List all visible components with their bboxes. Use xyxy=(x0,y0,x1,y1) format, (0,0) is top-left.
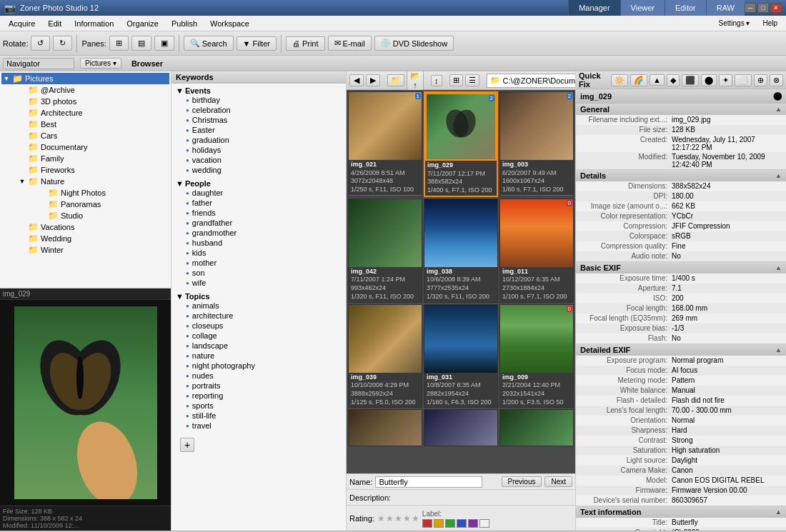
qf-btn7[interactable]: ✦ xyxy=(719,74,732,86)
email-button[interactable]: ✉ E-mail xyxy=(328,36,372,51)
tree-item-studio[interactable]: 📁 Studio xyxy=(37,210,169,221)
section-basic-exif-toggle[interactable]: Basic EXIF ▲ xyxy=(576,262,786,273)
tree-item-night-photos[interactable]: 📁 Night Photos xyxy=(37,187,169,199)
thumb-img038[interactable]: img_038 10/6/2008 8:39 AM 3777x2535x24 1… xyxy=(424,199,498,303)
star2[interactable]: ★ xyxy=(386,513,394,523)
kw-collage[interactable]: ●collage xyxy=(176,331,342,341)
menu-workspace[interactable]: Workspace xyxy=(204,18,255,29)
tab-editor[interactable]: Editor xyxy=(665,0,706,16)
add-keyword-button[interactable]: + xyxy=(180,438,194,452)
kw-daughter[interactable]: ●daughter xyxy=(176,188,342,198)
qf-btn3[interactable]: ▲ xyxy=(650,74,665,86)
tree-item-cars[interactable]: 📁 Cars xyxy=(17,130,169,141)
view-list-button[interactable]: ☰ xyxy=(465,74,479,86)
kw-wedding[interactable]: ●wedding xyxy=(176,165,342,175)
kw-birthday[interactable]: ●birthday xyxy=(176,95,342,105)
kw-graduation[interactable]: ●graduation xyxy=(176,135,342,145)
qf-btn5[interactable]: ⬛ xyxy=(682,74,699,86)
thumb-img039[interactable]: img_039 10/10/2008 4:29 PM 3888x2592x24 … xyxy=(348,304,422,408)
kw-landscape[interactable]: ●landscape xyxy=(176,341,342,351)
thumb-img021[interactable]: 1 img_021 4/26/2008 8:51 AM 3072x2048x48… xyxy=(348,91,422,197)
tab-viewer[interactable]: Viewer xyxy=(620,0,665,16)
qf-btn4[interactable]: ◆ xyxy=(667,74,680,86)
forward-button[interactable]: ▶ xyxy=(366,74,380,86)
kw-topics-toggle[interactable]: ▼ Topics xyxy=(176,292,342,301)
kw-celebration[interactable]: ●celebration xyxy=(176,105,342,115)
tree-item-vacations[interactable]: 📁 Vacations xyxy=(17,221,169,233)
kw-travel[interactable]: ●travel xyxy=(176,421,342,431)
kw-nature-kw[interactable]: ●nature xyxy=(176,351,342,361)
label-white[interactable] xyxy=(479,519,489,528)
kw-still-life[interactable]: ●still-life xyxy=(176,411,342,421)
menu-settings[interactable]: Settings ▾ xyxy=(713,18,756,29)
close-button[interactable]: ✕ xyxy=(770,3,782,13)
thumb-img003[interactable]: 2 img_003 6/20/2007 9:49 AM 1600x1067x24… xyxy=(499,91,574,197)
folder-up-button[interactable]: 📂↑ xyxy=(407,71,424,91)
label-blue[interactable] xyxy=(457,519,467,528)
next-button[interactable]: Next xyxy=(544,476,572,487)
section-text-info-toggle[interactable]: Text information ▲ xyxy=(576,506,786,518)
star3[interactable]: ★ xyxy=(394,513,402,523)
tree-item-family[interactable]: 📁 Family xyxy=(17,153,169,164)
menu-edit[interactable]: Edit xyxy=(42,18,67,29)
kw-easter[interactable]: ●Easter xyxy=(176,125,342,135)
search-button[interactable]: 🔍 Search xyxy=(184,36,234,51)
thumb-img042[interactable]: img_042 7/11/2007 1:24 PM 993x462x24 1/3… xyxy=(348,199,422,303)
panes-button[interactable]: ⊞ xyxy=(109,36,129,51)
kw-night-photography[interactable]: ●night photography xyxy=(176,361,342,371)
rotate-right-button[interactable]: ↻ xyxy=(53,36,72,51)
qf-btn9[interactable]: ⊕ xyxy=(754,74,767,86)
tree-item-panoramas[interactable]: 📁 Panoramas xyxy=(37,199,169,210)
thumb-img031[interactable]: img_031 10/8/2007 6:35 AM 2882x1954x24 1… xyxy=(424,304,498,408)
kw-friends[interactable]: ●friends xyxy=(176,208,342,218)
kw-vacation[interactable]: ●vacation xyxy=(176,155,342,165)
name-input[interactable] xyxy=(375,476,482,488)
thumb-img009[interactable]: 0 img_009 2/21/2004 12:40 PM 2032x1541x2… xyxy=(499,304,574,408)
qf-btn8[interactable]: ⬜ xyxy=(735,74,752,86)
menu-information[interactable]: Information xyxy=(69,18,119,29)
tree-item-architecture[interactable]: 📁 Architecture xyxy=(17,107,169,119)
thumb-img011[interactable]: 0 img_011 10/12/2007 6:35 AM 2730x1884x2… xyxy=(499,199,574,303)
sort-button[interactable]: ↕ xyxy=(431,75,442,86)
menu-publish[interactable]: Publish xyxy=(166,18,203,29)
label-red[interactable] xyxy=(422,519,432,528)
label-yellow[interactable] xyxy=(434,519,444,528)
kw-kids[interactable]: ●kids xyxy=(176,248,342,258)
kw-son[interactable]: ●son xyxy=(176,268,342,278)
tab-raw[interactable]: RAW xyxy=(706,0,745,16)
kw-people-toggle[interactable]: ▼ People xyxy=(176,179,342,188)
previous-button[interactable]: Previous xyxy=(502,476,542,487)
thumb-partial3[interactable] xyxy=(499,409,574,446)
kw-sports[interactable]: ●sports xyxy=(176,401,342,411)
kw-portraits[interactable]: ●portraits xyxy=(176,381,342,391)
tree-item-nature[interactable]: ▼ 📁 Nature xyxy=(17,176,169,187)
star4[interactable]: ★ xyxy=(403,513,411,523)
section-detailed-exif-toggle[interactable]: Detailed EXIF ▲ xyxy=(576,344,786,356)
qf-btn2[interactable]: 🌈 xyxy=(630,74,647,86)
back-button[interactable]: ◀ xyxy=(349,74,364,86)
section-general-toggle[interactable]: General ▲ xyxy=(576,104,786,115)
label-green[interactable] xyxy=(445,519,455,528)
filter-button[interactable]: ▼ Filter xyxy=(237,36,277,51)
tree-item-3dphotos[interactable]: 📁 3D photos xyxy=(17,96,169,107)
tree-item-wedding[interactable]: 📁 Wedding xyxy=(17,233,169,244)
print-button[interactable]: 🖨 Print xyxy=(286,36,325,51)
rotate-left-button[interactable]: ↺ xyxy=(31,36,50,51)
kw-animals[interactable]: ●animals xyxy=(176,301,342,311)
menu-organize[interactable]: Organize xyxy=(121,18,164,29)
kw-husband[interactable]: ●husband xyxy=(176,238,342,248)
kw-wife[interactable]: ●wife xyxy=(176,278,342,288)
kw-father[interactable]: ●father xyxy=(176,198,342,208)
kw-closeups[interactable]: ●closeups xyxy=(176,321,342,331)
panes-view2[interactable]: ▣ xyxy=(154,36,174,51)
tree-item-winter[interactable]: 📁 Winter xyxy=(17,244,169,256)
section-details-toggle[interactable]: Details ▲ xyxy=(576,170,786,181)
maximize-button[interactable]: □ xyxy=(757,3,769,13)
kw-grandmother[interactable]: ●grandmother xyxy=(176,228,342,238)
kw-holidays[interactable]: ●holidays xyxy=(176,145,342,155)
kw-christmas[interactable]: ●Christmas xyxy=(176,115,342,125)
path-bar[interactable]: 📁 C:\@ZONER\Documents\Pictures xyxy=(487,74,576,88)
qf-btn10[interactable]: ⊗ xyxy=(770,74,783,86)
qf-btn1[interactable]: 🔆 xyxy=(611,74,628,86)
tree-item-documentary[interactable]: 📁 Documentary xyxy=(17,141,169,153)
